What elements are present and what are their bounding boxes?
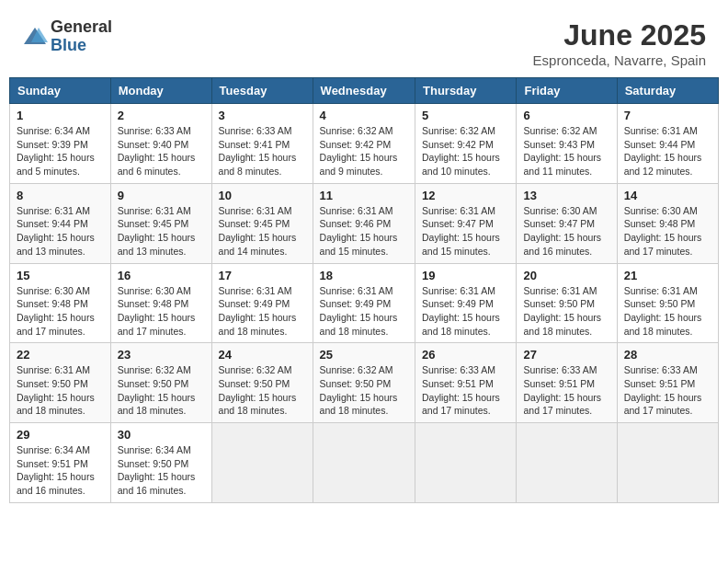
day-info: Sunrise: 6:31 AM Sunset: 9:49 PM Dayligh… [422,284,509,339]
calendar-cell: 17Sunrise: 6:31 AM Sunset: 9:49 PM Dayli… [211,263,313,343]
calendar-cell: 16Sunrise: 6:30 AM Sunset: 9:48 PM Dayli… [110,263,211,343]
calendar-cell: 8Sunrise: 6:31 AM Sunset: 9:44 PM Daylig… [10,183,111,263]
calendar-cell: 1Sunrise: 6:34 AM Sunset: 9:39 PM Daylig… [10,104,111,184]
day-number: 16 [118,269,205,282]
day-info: Sunrise: 6:31 AM Sunset: 9:44 PM Dayligh… [624,124,711,178]
day-info: Sunrise: 6:30 AM Sunset: 9:47 PM Dayligh… [523,204,609,259]
calendar-cell: 25Sunrise: 6:32 AM Sunset: 9:50 PM Dayli… [313,343,415,423]
day-info: Sunrise: 6:31 AM Sunset: 9:49 PM Dayligh… [219,284,306,339]
calendar-week-row: 15Sunrise: 6:30 AM Sunset: 9:48 PM Dayli… [10,263,719,343]
calendar-header-row: Sunday Monday Tuesday Wednesday Thursday… [10,78,719,104]
calendar-cell: 12Sunrise: 6:31 AM Sunset: 9:47 PM Dayli… [415,183,517,263]
day-number: 4 [320,109,408,122]
calendar-cell [415,423,517,503]
calendar-cell: 10Sunrise: 6:31 AM Sunset: 9:45 PM Dayli… [211,183,313,263]
calendar-cell: 18Sunrise: 6:31 AM Sunset: 9:49 PM Dayli… [313,263,415,343]
logo-general-text: General [51,18,112,37]
page-title: June 2025 [533,18,706,52]
day-number: 28 [624,348,711,362]
day-info: Sunrise: 6:31 AM Sunset: 9:47 PM Dayligh… [422,204,509,259]
day-info: Sunrise: 6:32 AM Sunset: 9:50 PM Dayligh… [219,363,306,418]
calendar-table: Sunday Monday Tuesday Wednesday Thursday… [9,77,719,503]
day-number: 7 [624,109,711,122]
day-info: Sunrise: 6:31 AM Sunset: 9:49 PM Dayligh… [320,284,408,339]
calendar-cell [211,423,313,503]
title-area: June 2025 Espronceda, Navarre, Spain [533,18,706,68]
day-number: 17 [219,269,306,282]
day-info: Sunrise: 6:30 AM Sunset: 9:48 PM Dayligh… [624,204,711,259]
day-number: 5 [422,109,509,122]
day-info: Sunrise: 6:32 AM Sunset: 9:43 PM Dayligh… [523,124,609,178]
day-number: 11 [320,189,408,202]
calendar-cell: 13Sunrise: 6:30 AM Sunset: 9:47 PM Dayli… [517,183,617,263]
logo-icon [22,24,48,50]
day-info: Sunrise: 6:34 AM Sunset: 9:39 PM Dayligh… [17,124,104,178]
calendar-cell: 15Sunrise: 6:30 AM Sunset: 9:48 PM Dayli… [10,263,111,343]
logo: General Blue [22,18,112,55]
day-number: 21 [624,269,711,282]
col-tuesday: Tuesday [211,78,313,104]
day-info: Sunrise: 6:34 AM Sunset: 9:50 PM Dayligh… [118,443,205,498]
calendar-cell: 24Sunrise: 6:32 AM Sunset: 9:50 PM Dayli… [211,343,313,423]
day-number: 18 [320,269,408,282]
calendar-cell: 9Sunrise: 6:31 AM Sunset: 9:45 PM Daylig… [110,183,211,263]
col-wednesday: Wednesday [313,78,415,104]
day-number: 25 [320,348,408,362]
calendar-week-row: 1Sunrise: 6:34 AM Sunset: 9:39 PM Daylig… [10,104,719,184]
day-number: 2 [118,109,205,122]
day-number: 8 [17,189,104,202]
day-number: 6 [523,109,609,122]
day-number: 20 [523,269,609,282]
day-number: 9 [118,189,205,202]
day-info: Sunrise: 6:33 AM Sunset: 9:40 PM Dayligh… [118,124,205,178]
day-number: 13 [523,189,609,202]
col-saturday: Saturday [617,78,718,104]
day-number: 15 [17,269,104,282]
calendar-week-row: 22Sunrise: 6:31 AM Sunset: 9:50 PM Dayli… [10,343,719,423]
page-subtitle: Espronceda, Navarre, Spain [533,52,706,68]
calendar-cell [617,423,718,503]
calendar-cell: 5Sunrise: 6:32 AM Sunset: 9:42 PM Daylig… [415,104,517,184]
calendar-cell: 26Sunrise: 6:33 AM Sunset: 9:51 PM Dayli… [415,343,517,423]
day-info: Sunrise: 6:33 AM Sunset: 9:41 PM Dayligh… [219,124,306,178]
day-info: Sunrise: 6:32 AM Sunset: 9:42 PM Dayligh… [320,124,408,178]
day-info: Sunrise: 6:31 AM Sunset: 9:50 PM Dayligh… [523,284,609,339]
col-sunday: Sunday [10,78,111,104]
day-info: Sunrise: 6:31 AM Sunset: 9:50 PM Dayligh… [624,284,711,339]
day-number: 22 [17,348,104,362]
day-number: 10 [219,189,306,202]
calendar-cell: 20Sunrise: 6:31 AM Sunset: 9:50 PM Dayli… [517,263,617,343]
day-number: 30 [118,428,205,442]
col-monday: Monday [110,78,211,104]
day-number: 26 [422,348,509,362]
day-info: Sunrise: 6:32 AM Sunset: 9:42 PM Dayligh… [422,124,509,178]
day-info: Sunrise: 6:32 AM Sunset: 9:50 PM Dayligh… [320,363,408,418]
calendar-cell: 11Sunrise: 6:31 AM Sunset: 9:46 PM Dayli… [313,183,415,263]
calendar-cell: 23Sunrise: 6:32 AM Sunset: 9:50 PM Dayli… [110,343,211,423]
day-info: Sunrise: 6:31 AM Sunset: 9:46 PM Dayligh… [320,204,408,259]
day-info: Sunrise: 6:30 AM Sunset: 9:48 PM Dayligh… [118,284,205,339]
day-info: Sunrise: 6:33 AM Sunset: 9:51 PM Dayligh… [422,363,509,418]
day-info: Sunrise: 6:32 AM Sunset: 9:50 PM Dayligh… [118,363,205,418]
day-info: Sunrise: 6:31 AM Sunset: 9:50 PM Dayligh… [17,363,104,418]
calendar-cell [517,423,617,503]
day-info: Sunrise: 6:34 AM Sunset: 9:51 PM Dayligh… [17,443,104,498]
calendar-cell: 6Sunrise: 6:32 AM Sunset: 9:43 PM Daylig… [517,104,617,184]
calendar-cell: 28Sunrise: 6:33 AM Sunset: 9:51 PM Dayli… [617,343,718,423]
day-number: 23 [118,348,205,362]
day-number: 14 [624,189,711,202]
day-number: 12 [422,189,509,202]
header: General Blue June 2025 Espronceda, Navar… [9,9,719,74]
col-friday: Friday [517,78,617,104]
calendar-week-row: 29Sunrise: 6:34 AM Sunset: 9:51 PM Dayli… [10,423,719,503]
day-number: 3 [219,109,306,122]
calendar-week-row: 8Sunrise: 6:31 AM Sunset: 9:44 PM Daylig… [10,183,719,263]
calendar-cell: 22Sunrise: 6:31 AM Sunset: 9:50 PM Dayli… [10,343,111,423]
day-number: 24 [219,348,306,362]
day-info: Sunrise: 6:33 AM Sunset: 9:51 PM Dayligh… [624,363,711,418]
calendar-cell: 30Sunrise: 6:34 AM Sunset: 9:50 PM Dayli… [110,423,211,503]
day-info: Sunrise: 6:31 AM Sunset: 9:44 PM Dayligh… [17,204,104,259]
calendar-cell [313,423,415,503]
calendar-cell: 29Sunrise: 6:34 AM Sunset: 9:51 PM Dayli… [10,423,111,503]
day-number: 19 [422,269,509,282]
